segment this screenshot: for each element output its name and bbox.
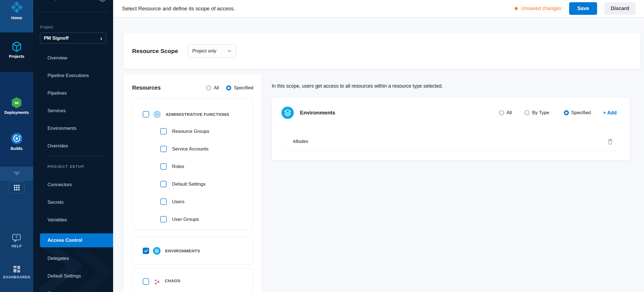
- rail-item-dashboards[interactable]: DASHBOARDS: [3, 265, 30, 279]
- resources-header: Resources All Specified: [124, 75, 262, 101]
- chevron-down-icon: [228, 50, 231, 52]
- save-button[interactable]: Save: [569, 2, 597, 15]
- admin-functions-icon: [153, 111, 161, 118]
- resource-groups-checkbox[interactable]: [160, 128, 167, 135]
- default-settings-checkbox[interactable]: [160, 181, 167, 187]
- roles-label: Roles: [172, 164, 184, 169]
- chaos-checkbox[interactable]: [143, 278, 149, 285]
- sidebar-item-connectors[interactable]: Connectors: [33, 176, 113, 193]
- chaos-group-label: CHAOS: [165, 278, 180, 283]
- rail-item-help[interactable]: ? HELP: [11, 233, 22, 248]
- sidebar-item-access-control[interactable]: Access Control: [40, 233, 113, 247]
- radio-env-by-type[interactable]: [524, 110, 529, 115]
- sidebar-item-services[interactable]: Services: [33, 102, 113, 119]
- chaos-group: CHAOS: [133, 269, 253, 292]
- radio-env-all[interactable]: [499, 110, 504, 115]
- resource-type-row: Default Settings: [133, 175, 252, 193]
- environments-group: ENVIRONMENTS: [133, 237, 253, 265]
- environments-card-title: Environments: [300, 110, 335, 116]
- help-icon: ?: [12, 233, 21, 242]
- service-accounts-checkbox[interactable]: [160, 146, 167, 152]
- content-area: Resource Scope Project only Resources Al…: [113, 17, 644, 292]
- radio-all-label: All: [214, 85, 219, 91]
- unsaved-changes-label: Unsaved changes: [521, 6, 561, 11]
- environments-mode-radios: All By Type Specified + Add: [499, 110, 617, 116]
- sidebar-item-overrides[interactable]: Overrides: [33, 137, 113, 155]
- dashboards-icon: [13, 265, 21, 273]
- environments-detail-card: Environments All By Type Specified + Add: [272, 97, 630, 161]
- admin-functions-label: ADMINISTRATIVE FUNCTIONS: [166, 112, 229, 117]
- sidebar-item-delegates[interactable]: Delegates: [33, 250, 113, 267]
- environments-card-header: Environments All By Type Specified + Add: [272, 97, 630, 128]
- page-subtitle: Select Resource and define its scope of …: [122, 6, 235, 12]
- rail-item-deployments[interactable]: ∞ Deployments: [4, 97, 29, 115]
- builds-icon: [11, 133, 23, 144]
- sidebar-item-pipeline-executions[interactable]: Pipeline Executions: [33, 67, 113, 84]
- rail-label-projects: Projects: [9, 54, 24, 59]
- trash-icon: [607, 138, 613, 145]
- resource-scope-dropdown[interactable]: Project only: [188, 44, 236, 58]
- radio-env-by-type-label: By Type: [532, 110, 549, 116]
- sidebar-item-overview[interactable]: Overview: [33, 49, 113, 67]
- unsaved-dot-icon: [515, 7, 518, 10]
- project-sidebar: All Projects Project PM Signoff › Overvi…: [33, 0, 113, 292]
- resources-scope-radios: All Specified: [206, 85, 253, 91]
- rail-section-bottom: ? HELP DASHBOARDS: [0, 181, 33, 292]
- project-field-label: Project: [40, 25, 53, 29]
- radio-specified-label: Specified: [234, 85, 253, 91]
- module-picker-button[interactable]: [9, 181, 25, 193]
- divider: [47, 156, 105, 156]
- resource-scope-card: Resource Scope Project only: [124, 33, 640, 69]
- project-selector[interactable]: PM Signoff ›: [40, 33, 106, 44]
- sidebar-item-templates[interactable]: Templates: [33, 285, 113, 292]
- svg-text:?: ?: [15, 235, 18, 239]
- resources-title: Resources: [132, 85, 161, 91]
- add-environment-link[interactable]: + Add: [603, 110, 617, 116]
- radio-env-specified[interactable]: [564, 110, 569, 115]
- deployments-icon: ∞: [11, 97, 22, 108]
- rail-item-builds[interactable]: Builds: [11, 133, 23, 151]
- sidebar-item-pipelines[interactable]: Pipelines: [33, 84, 113, 102]
- radio-env-specified-group: Specified: [564, 110, 591, 116]
- radio-env-all-label: All: [507, 110, 512, 116]
- radio-env-specified-label: Specified: [571, 110, 591, 116]
- environments-group-label: ENVIRONMENTS: [165, 248, 200, 253]
- delete-environment-button[interactable]: [607, 138, 613, 145]
- chevron-down-icon: [13, 172, 20, 176]
- sidebar-item-secrets[interactable]: Secrets: [33, 193, 113, 211]
- sidebar-item-default-settings[interactable]: Default Settings: [33, 267, 113, 285]
- scope-selector-clipped[interactable]: All Projects: [42, 0, 106, 2]
- rail-item-projects[interactable]: Projects: [0, 32, 33, 72]
- rail-label-help: HELP: [11, 244, 22, 248]
- resource-type-row: Service Accounts: [133, 140, 252, 158]
- radio-env-by-type-group: By Type: [524, 110, 549, 116]
- chaos-icon: [153, 278, 160, 286]
- users-checkbox[interactable]: [160, 198, 167, 205]
- admin-functions-group: ADMINISTRATIVE FUNCTIONS Resource Groups…: [133, 98, 253, 229]
- divider: [282, 151, 620, 151]
- roles-checkbox[interactable]: [160, 163, 167, 170]
- topbar: Select Resource and define its scope of …: [113, 0, 644, 17]
- main-area: Select Resource and define its scope of …: [113, 0, 644, 292]
- environment-name: k8sdev: [293, 139, 308, 144]
- environments-checkbox[interactable]: [143, 248, 149, 254]
- rail-section-modules: ∞ Deployments Builds: [0, 72, 33, 166]
- sidebar-menu: Overview Pipeline Executions Pipelines S…: [33, 49, 113, 292]
- user-groups-checkbox[interactable]: [160, 216, 167, 222]
- service-accounts-label: Service Accounts: [172, 146, 208, 152]
- sidebar-item-variables[interactable]: Variables: [33, 211, 113, 229]
- resource-scope-title: Resource Scope: [132, 48, 178, 54]
- admin-functions-checkbox[interactable]: [143, 111, 149, 118]
- discard-button[interactable]: Discard: [604, 2, 636, 15]
- radio-specified[interactable]: [226, 85, 231, 90]
- scope-selector-label: All Projects: [42, 0, 64, 1]
- rail-collapse-toggle[interactable]: [0, 166, 33, 181]
- radio-all[interactable]: [206, 85, 211, 90]
- environments-icon: [153, 247, 161, 255]
- user-groups-label: User Groups: [172, 217, 199, 222]
- sidebar-item-environments[interactable]: Environments: [33, 119, 113, 137]
- app-window: Home Projects ∞ Deployments Builds: [0, 0, 644, 292]
- rail-item-home[interactable]: Home: [0, 0, 33, 32]
- resource-type-row: Resource Groups: [133, 123, 252, 140]
- cube-icon: [99, 0, 106, 2]
